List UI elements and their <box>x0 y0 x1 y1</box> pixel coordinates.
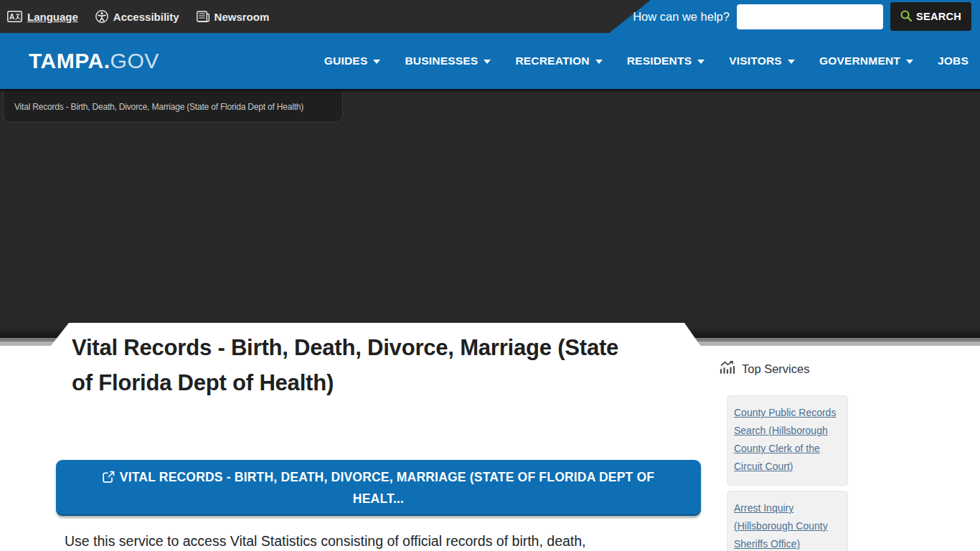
search-button[interactable]: SEARCH <box>890 2 971 31</box>
nav-item-label: RECREATION <box>515 55 589 67</box>
nav-item-government[interactable]: GOVERNMENT <box>819 55 913 67</box>
nav-item-label: RESIDENTS <box>627 55 692 67</box>
page-title: Vital Records - Birth, Death, Divorce, M… <box>72 331 642 400</box>
service-link-arrest-inquiry[interactable]: Arrest Inquiry (Hillsborough County Sher… <box>734 499 840 551</box>
hero-banner: Vital Records - Birth, Death, Divorce, M… <box>0 89 980 338</box>
search-icon <box>900 10 912 24</box>
nav-items: GUIDES BUSINESSES RECREATION RESIDENTS V… <box>324 55 980 67</box>
nav-item-label: GUIDES <box>324 55 368 67</box>
nav-item-recreation[interactable]: RECREATION <box>515 55 602 67</box>
cta-label: VITAL RECORDS - BIRTH, DEATH, DIVORCE, M… <box>120 470 654 506</box>
chevron-down-icon <box>788 60 795 64</box>
nav-item-guides[interactable]: GUIDES <box>324 55 381 67</box>
newsroom-link[interactable]: Newsroom <box>197 11 270 23</box>
language-link[interactable]: A Language <box>7 11 78 23</box>
tampa-gov-logo[interactable]: TAMPA. GOV <box>29 49 159 73</box>
site-search: How can we help? SEARCH <box>633 2 980 31</box>
site-search-input[interactable] <box>737 4 883 29</box>
chevron-down-icon <box>484 60 491 64</box>
nav-item-visitors[interactable]: VISITORS <box>729 55 795 67</box>
newsroom-label: Newsroom <box>215 11 270 23</box>
chevron-down-icon <box>373 60 380 64</box>
accessibility-icon <box>95 10 108 23</box>
page-context-tab-label: Vital Records - Birth, Death, Divorce, M… <box>14 102 303 112</box>
nav-item-residents[interactable]: RESIDENTS <box>627 55 705 67</box>
language-label: Language <box>27 11 78 23</box>
nav-item-label: BUSINESSES <box>405 55 478 67</box>
trending-chart-icon <box>720 361 735 377</box>
service-card: Arrest Inquiry (Hillsborough County Sher… <box>727 491 848 551</box>
service-card: County Public Records Search (Hillsborou… <box>727 395 848 486</box>
chevron-down-icon <box>595 60 603 64</box>
utility-bar: A Language Accessibility <box>0 0 980 33</box>
accessibility-link[interactable]: Accessibility <box>95 10 179 23</box>
service-link-county-public-records[interactable]: County Public Records Search (Hillsborou… <box>734 404 840 476</box>
page-context-tab: Vital Records - Birth, Death, Divorce, M… <box>3 92 343 123</box>
external-link-icon <box>103 468 115 489</box>
chevron-down-icon <box>697 60 705 64</box>
top-services-label: Top Services <box>742 362 809 376</box>
logo-secondary: GOV <box>110 49 159 73</box>
nav-item-jobs[interactable]: JOBS <box>938 55 969 67</box>
translate-icon: A <box>7 11 22 22</box>
intro-paragraph: Use this service to access Vital Statist… <box>65 531 707 551</box>
search-button-label: SEARCH <box>916 11 961 22</box>
main-nav: TAMPA. GOV GUIDES BUSINESSES RECREATION … <box>0 33 980 89</box>
utility-links: A Language Accessibility <box>0 10 269 23</box>
logo-primary: TAMPA. <box>29 49 110 73</box>
top-services-heading: Top Services <box>720 361 809 377</box>
nav-item-businesses[interactable]: BUSINESSES <box>405 55 491 67</box>
nav-item-label: GOVERNMENT <box>819 55 900 67</box>
vital-records-cta-button[interactable]: VITAL RECORDS - BIRTH, DEATH, DIVORCE, M… <box>56 460 701 516</box>
chevron-down-icon <box>906 60 913 64</box>
nav-item-label: JOBS <box>938 55 969 67</box>
page: A Language Accessibility <box>0 0 980 551</box>
newspaper-icon <box>197 11 209 22</box>
accessibility-label: Accessibility <box>113 11 179 23</box>
nav-item-label: VISITORS <box>729 55 782 67</box>
svg-text:A: A <box>9 13 14 21</box>
search-prompt-label: How can we help? <box>633 10 730 24</box>
